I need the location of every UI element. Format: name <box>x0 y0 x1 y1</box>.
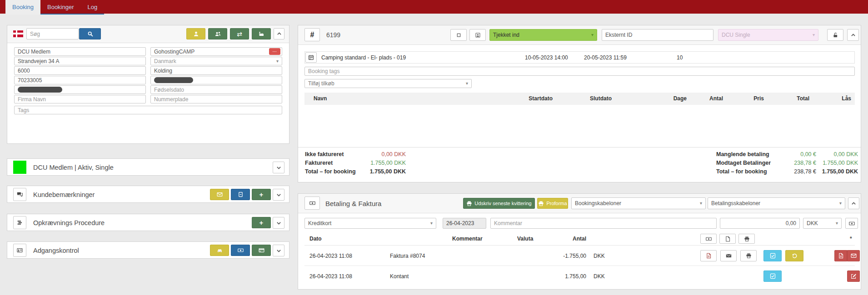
access-control-section[interactable]: Adgangskontrol <box>7 241 289 259</box>
invoice-pdf-button[interactable] <box>700 250 717 261</box>
booking-status-select[interactable]: Tjekket ind ▾ <box>489 29 597 41</box>
chevron-down-icon: ▾ <box>430 221 433 226</box>
customer-collapse-button[interactable] <box>274 28 284 39</box>
add-note-button[interactable]: + <box>252 189 271 200</box>
payment-method-value: Kreditkort <box>308 220 331 226</box>
tab-bookinger[interactable]: Bookinger <box>40 0 81 15</box>
payment-templates-select[interactable]: Betalingsskabeloner ▾ <box>708 197 845 209</box>
print-all-button[interactable] <box>738 234 755 244</box>
tab-log[interactable]: Log <box>81 0 105 15</box>
addon-select[interactable]: Tilføj tilkøb ▾ <box>304 79 472 88</box>
customer-tags-field[interactable] <box>14 106 282 114</box>
document-icon <box>238 192 244 197</box>
package-select[interactable]: DCU Single ▾ <box>718 29 818 41</box>
note-list-button[interactable] <box>231 189 250 200</box>
customer-name-field[interactable] <box>14 47 146 56</box>
access-expand-button[interactable] <box>273 245 284 256</box>
country-select[interactable]: Danmark ▾ <box>150 57 282 65</box>
missing-payment-dkk: 0,00 DKK <box>816 151 858 157</box>
payment-amount-field[interactable] <box>720 218 800 229</box>
tab-booking[interactable]: Booking <box>5 0 40 15</box>
search-input[interactable] <box>26 28 79 39</box>
company-button[interactable] <box>252 28 271 39</box>
card-access-button[interactable] <box>252 245 271 256</box>
payment-panel: Betaling & Faktura Udskriv seneste kvitt… <box>298 193 861 290</box>
plate-field[interactable] <box>150 95 282 103</box>
unlock-booking-button[interactable] <box>827 29 843 41</box>
billing-procedure-section[interactable]: Opkrævnings Procedure + <box>7 214 289 231</box>
payment-comment-field[interactable] <box>490 218 717 229</box>
envelope-icon <box>217 192 223 197</box>
chevron-up-icon <box>851 201 857 206</box>
print-latest-receipt-label: Udskriv seneste kvittering <box>474 201 531 206</box>
company-field[interactable] <box>14 95 146 103</box>
invoice-credit-email-button[interactable] <box>847 250 860 261</box>
banknote-icon <box>849 221 855 226</box>
new-document-button[interactable] <box>719 234 736 244</box>
transfer-button[interactable]: ⇄ <box>230 28 249 39</box>
membership-section[interactable]: DCU Medlem | Aktiv, Single <box>7 158 289 176</box>
column-kommentar: Kommentar <box>452 233 483 245</box>
customer-notes-section[interactable]: Kundebemærkninger + <box>7 186 289 203</box>
chevron-down-icon: ▾ <box>839 201 842 206</box>
column-valuta: Valuta <box>517 233 533 245</box>
payment-row-date: 26-04-2023 11:08 <box>309 246 352 266</box>
payment-date-field[interactable]: 26-04-2023 <box>443 218 486 229</box>
payment-method-select[interactable]: Kreditkort ▾ <box>304 218 436 229</box>
column-startdato: Startdato <box>494 93 553 105</box>
redacted-value <box>154 77 193 83</box>
payments-total-eur: 238,78 € <box>768 168 816 175</box>
zip-field[interactable] <box>14 66 146 75</box>
print-latest-receipt-button[interactable]: Udskriv seneste kvittering <box>463 198 535 209</box>
column-laas: Lås <box>818 93 851 105</box>
invoice-print-button[interactable] <box>740 250 757 261</box>
register-payment-button[interactable] <box>845 218 858 229</box>
hash-icon: # <box>304 28 320 41</box>
invoice-undo-button[interactable] <box>785 250 803 261</box>
vehicle-access-button[interactable] <box>210 245 229 256</box>
search-button[interactable] <box>79 28 101 39</box>
city-field[interactable] <box>150 66 282 75</box>
billing-expand-button[interactable] <box>273 217 284 229</box>
group-button[interactable] <box>208 28 227 39</box>
add-billing-procedure-button[interactable]: + <box>252 217 271 228</box>
invoice-credit-pdf-button[interactable] <box>834 250 847 261</box>
column-antal: Antal <box>550 233 586 245</box>
invoice-email-button[interactable] <box>720 250 737 261</box>
camp-more-button[interactable]: ⋯ <box>269 48 280 55</box>
booking-collapse-button[interactable] <box>847 29 859 41</box>
group-icon <box>215 31 221 37</box>
send-note-button[interactable] <box>210 189 229 200</box>
birthdate-field[interactable] <box>150 85 282 94</box>
unlock-icon <box>833 32 838 38</box>
envelope-icon <box>851 253 857 259</box>
booking-templates-select[interactable]: Bookingskabeloner ▾ <box>571 197 706 209</box>
select-booking-button[interactable] <box>450 29 467 41</box>
cash-drawer-button[interactable] <box>700 234 717 244</box>
camp-field[interactable] <box>150 47 282 56</box>
payments-total-label: Total – for booking <box>716 168 767 175</box>
column-navn: Navn <box>314 93 327 105</box>
booking-tags-field[interactable] <box>304 67 855 76</box>
customer-notes-title: Kundebemærkninger <box>33 186 95 203</box>
payment-row-currency: DKK <box>594 266 605 287</box>
calendar-icon[interactable] <box>305 52 317 63</box>
invoice-check-button[interactable] <box>763 250 782 261</box>
booking-item-row[interactable]: Camping standard - El- plads - 019 10-05… <box>304 51 855 64</box>
address-field[interactable] <box>14 57 146 65</box>
phone-field[interactable] <box>14 76 146 84</box>
cash-edit-button[interactable] <box>847 270 860 282</box>
external-id-field[interactable] <box>602 29 713 41</box>
invoiced-value: 1.755,00 DKK <box>341 160 406 166</box>
customer-profile-button[interactable] <box>186 28 205 39</box>
proforma-button[interactable]: Proforma <box>537 198 568 209</box>
cash-check-button[interactable] <box>763 270 782 282</box>
currency-select[interactable]: DKK ▾ <box>803 218 842 229</box>
payment-collapse-button[interactable] <box>848 197 859 209</box>
payment-access-button[interactable] <box>231 245 250 256</box>
booking-total-value: 1.755,00 DKK <box>341 168 406 175</box>
guest-card-button[interactable] <box>469 29 486 41</box>
membership-expand-button[interactable] <box>273 162 284 173</box>
tasks-icon <box>13 216 26 229</box>
notes-expand-button[interactable] <box>273 189 284 201</box>
